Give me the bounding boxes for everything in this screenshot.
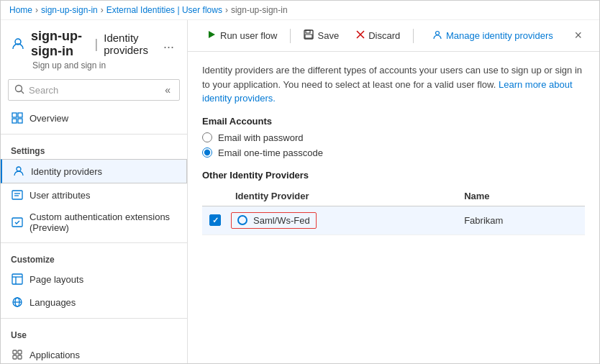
- close-button[interactable]: ×: [568, 28, 588, 43]
- page-layouts-icon: [11, 273, 24, 286]
- table-row[interactable]: Saml/Ws-Fed Fabrikam: [202, 206, 585, 235]
- provider-name-value: Fabrikam: [457, 206, 585, 235]
- sidebar-item-user-attributes[interactable]: User attributes: [1, 183, 187, 206]
- applications-label: Applications: [29, 350, 80, 360]
- svg-rect-3: [12, 113, 17, 117]
- breadcrumb: Home › sign-up-sign-in › External Identi…: [1, 1, 599, 20]
- svg-point-28: [435, 32, 439, 35]
- content-area: Run user flow Save: [188, 20, 599, 363]
- search-input[interactable]: [29, 85, 158, 96]
- sidebar-item-identity-providers[interactable]: Identity providers: [1, 159, 187, 183]
- svg-rect-4: [18, 113, 22, 117]
- identity-providers-label: Identity providers: [31, 166, 102, 177]
- name-col-header: Name: [457, 186, 585, 206]
- run-icon: [206, 29, 217, 42]
- email-with-password-label: Email with password: [218, 132, 304, 143]
- email-with-password-radio[interactable]: [202, 132, 212, 142]
- page-title: sign-up-sign-in: [31, 29, 89, 59]
- sidebar-item-custom-auth[interactable]: Custom authentication extensions (Previe…: [1, 206, 187, 238]
- svg-rect-18: [13, 350, 17, 354]
- title-pipe: |: [95, 37, 99, 52]
- settings-section-label: Settings: [1, 139, 187, 159]
- other-identity-providers-title: Other Identity Providers: [202, 170, 585, 181]
- svg-line-2: [22, 91, 24, 94]
- save-button[interactable]: Save: [296, 26, 346, 45]
- row-checkbox-cell: [202, 206, 228, 235]
- breadcrumb-external-identities[interactable]: External Identities | User flows: [106, 5, 222, 15]
- save-icon: [304, 29, 314, 42]
- manage-icon: [432, 29, 442, 42]
- discard-button[interactable]: Discard: [349, 27, 407, 45]
- svg-rect-6: [18, 119, 22, 123]
- toolbar-divider-1: [290, 29, 291, 43]
- customize-section-label: Customize: [1, 247, 187, 268]
- user-attributes-icon: [11, 188, 24, 201]
- content-toolbar: Run user flow Save: [188, 20, 599, 52]
- sidebar-item-overview[interactable]: Overview: [1, 106, 187, 129]
- email-otp-label: Email one-time passcode: [218, 147, 323, 158]
- sidebar-subtitle: Sign up and sign in: [11, 60, 177, 70]
- svg-marker-22: [209, 31, 215, 38]
- provider-name-cell: Saml/Ws-Fed: [228, 206, 457, 235]
- languages-label: Languages: [29, 297, 76, 308]
- manage-identity-providers-button[interactable]: Manage identity providers: [425, 26, 560, 45]
- provider-name: Saml/Ws-Fed: [253, 215, 310, 226]
- breadcrumb-sign-up-sign-in[interactable]: sign-up-sign-in: [41, 5, 98, 15]
- svg-rect-12: [12, 274, 22, 284]
- email-accounts-radio-group: Email with password Email one-time passc…: [202, 132, 585, 158]
- sidebar-item-page-layouts[interactable]: Page layouts: [1, 268, 187, 291]
- provider-radio-circle: [237, 215, 247, 225]
- content-body: Identity providers are the different typ…: [188, 52, 599, 363]
- page-layouts-label: Page layouts: [29, 274, 83, 285]
- svg-rect-21: [18, 355, 22, 359]
- info-description: Identity providers are the different typ…: [202, 63, 585, 106]
- sidebar-item-applications[interactable]: Applications: [1, 343, 187, 363]
- svg-rect-5: [12, 119, 17, 123]
- custom-auth-label: Custom authentication extensions (Previe…: [29, 211, 177, 233]
- applications-icon: [11, 348, 24, 361]
- identity-provider-col-header: Identity Provider: [228, 186, 457, 206]
- run-user-flow-button[interactable]: Run user flow: [199, 26, 284, 45]
- page-subtitle: Identity providers: [104, 32, 155, 56]
- user-attributes-label: User attributes: [29, 190, 91, 201]
- checked-checkbox[interactable]: [209, 214, 221, 226]
- breadcrumb-home[interactable]: Home: [9, 5, 32, 15]
- identity-providers-icon: [12, 165, 25, 178]
- use-section-label: Use: [1, 323, 187, 343]
- email-otp-option[interactable]: Email one-time passcode: [202, 147, 585, 158]
- languages-icon: [11, 296, 24, 309]
- svg-rect-25: [305, 35, 312, 38]
- email-with-password-option[interactable]: Email with password: [202, 132, 585, 143]
- overview-label: Overview: [29, 113, 68, 124]
- checkbox-col-header: [202, 186, 228, 206]
- table-header-row: Identity Provider Name: [202, 186, 585, 206]
- discard-icon: [356, 30, 365, 41]
- search-box: «: [8, 79, 180, 101]
- search-icon: [14, 84, 24, 96]
- svg-point-1: [16, 85, 22, 91]
- more-button[interactable]: ...: [160, 37, 177, 52]
- email-otp-radio[interactable]: [202, 147, 212, 158]
- sidebar-item-languages[interactable]: Languages: [1, 291, 187, 314]
- identity-providers-table: Identity Provider Name: [202, 186, 585, 235]
- toolbar-divider-2: [413, 29, 414, 43]
- sidebar-title-area: sign-up-sign-in | Identity providers ...: [11, 29, 177, 59]
- user-flow-icon: [11, 35, 25, 53]
- provider-row-highlight: Saml/Ws-Fed: [231, 212, 317, 229]
- svg-rect-8: [12, 191, 22, 199]
- breadcrumb-current: sign-up-sign-in: [231, 5, 288, 15]
- sidebar-header: sign-up-sign-in | Identity providers ...…: [1, 20, 187, 73]
- email-accounts-title: Email Accounts: [202, 116, 585, 127]
- svg-point-7: [17, 167, 21, 171]
- collapse-button[interactable]: «: [162, 83, 173, 97]
- custom-auth-icon: [11, 216, 24, 229]
- sidebar: sign-up-sign-in | Identity providers ...…: [1, 20, 188, 363]
- svg-rect-19: [18, 350, 22, 354]
- svg-rect-11: [12, 218, 22, 227]
- overview-icon: [11, 112, 24, 124]
- svg-rect-20: [13, 355, 17, 359]
